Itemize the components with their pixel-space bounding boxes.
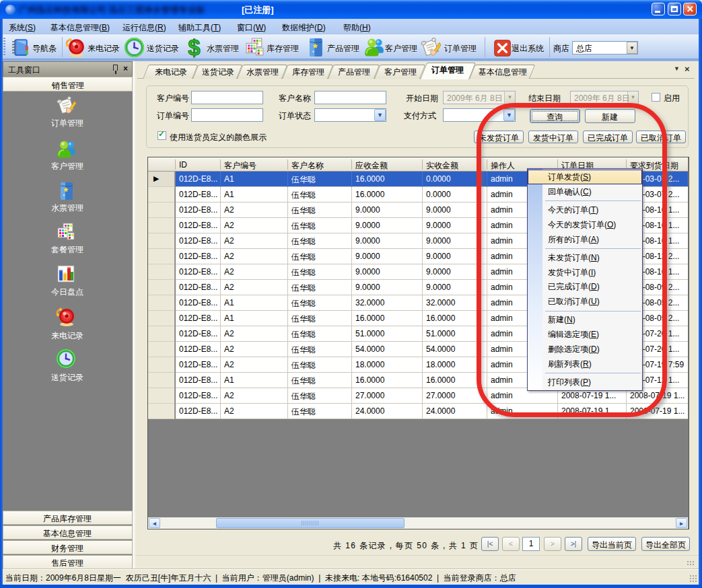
- svg-text:$: $: [188, 36, 200, 59]
